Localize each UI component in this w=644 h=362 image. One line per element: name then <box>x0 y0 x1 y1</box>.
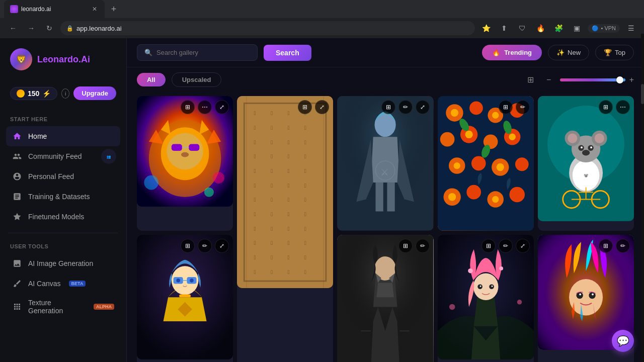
sidebar-item-texture[interactable]: Texture Generation ALPHA <box>6 294 120 320</box>
vpn-badge[interactable]: 🔵 • VPN <box>588 24 620 33</box>
scrollbar-thumb[interactable] <box>641 84 644 104</box>
svg-point-140 <box>473 273 498 300</box>
svg-text:𓂀: 𓂀 <box>288 211 290 217</box>
warrior-share-btn[interactable]: ⊞ <box>381 100 395 114</box>
gallery-item-pink-girl[interactable]: ⊞ ✏ ⤢ <box>438 235 534 362</box>
anime-image <box>137 235 233 360</box>
svg-text:𓄹: 𓄹 <box>288 197 290 203</box>
warrior-edit-btn[interactable]: ✏ <box>398 100 413 114</box>
svg-text:𓃒: 𓃒 <box>271 183 273 189</box>
svg-text:𓆣: 𓆣 <box>271 110 273 116</box>
colorful-edit-btn[interactable]: ✏ <box>616 239 630 253</box>
grid-view-button[interactable]: ⊞ <box>524 73 538 87</box>
sidebar-item-finetuned[interactable]: Finetuned Models <box>6 207 120 227</box>
colorful-share-btn[interactable]: ⊞ <box>599 239 613 253</box>
pink-girl-actions: ⊞ ✏ ⤢ <box>481 239 530 253</box>
flowers-share-btn[interactable]: ⊞ <box>499 100 513 114</box>
anime-share-btn[interactable]: ⊞ <box>181 239 195 253</box>
svg-point-147 <box>449 304 455 309</box>
bookmark-button[interactable]: ⭐ <box>479 21 493 35</box>
top-button[interactable]: 🏆 Top <box>595 45 634 60</box>
svg-point-144 <box>491 286 493 287</box>
new-tab-button[interactable]: + <box>107 2 121 16</box>
anime-expand-btn[interactable]: ⤢ <box>215 239 229 253</box>
svg-point-155 <box>592 293 594 295</box>
svg-text:𓄿: 𓄿 <box>288 153 290 159</box>
logo-avatar: 🦁 <box>10 48 32 70</box>
anime-edit-btn[interactable]: ✏ <box>198 239 212 253</box>
share-button[interactable]: ⬆ <box>497 21 511 35</box>
search-input[interactable] <box>156 49 250 56</box>
tab-close-button[interactable]: ✕ <box>91 5 99 13</box>
search-button[interactable]: Search <box>264 45 311 61</box>
zoom-out-button[interactable]: − <box>542 73 556 87</box>
pink-edit-btn[interactable]: ✏ <box>499 239 513 253</box>
sidebar-item-ai-image[interactable]: AI Image Generation <box>6 253 120 274</box>
hier-expand-btn[interactable]: ⤢ <box>315 100 329 114</box>
pink-expand-btn[interactable]: ⤢ <box>516 239 530 253</box>
sidebar-item-training[interactable]: Training & Datasets <box>6 187 120 207</box>
zoom-slider[interactable] <box>560 78 625 81</box>
warrior-expand-btn[interactable]: ⤢ <box>416 100 430 114</box>
svg-point-97 <box>496 163 504 171</box>
community-icon <box>12 151 22 161</box>
svg-point-112 <box>595 134 604 143</box>
filter-bar: All Upscaled ⊞ − + <box>127 67 644 92</box>
lion-share-btn[interactable]: ⊞ <box>181 100 195 114</box>
lion-expand-btn[interactable]: ⤢ <box>215 100 229 114</box>
svg-rect-73 <box>387 183 395 211</box>
flowers-edit-btn[interactable]: ✏ <box>516 100 530 114</box>
pink-share-btn[interactable]: ⊞ <box>481 239 496 253</box>
hier-share-btn[interactable]: ⊞ <box>298 100 312 114</box>
vpn-label: • VPN <box>601 25 616 31</box>
sidebar-item-home[interactable]: Home <box>6 126 120 146</box>
menu-button[interactable]: ☰ <box>624 21 638 35</box>
gallery-item-lion[interactable]: ⊞ ⋯ ⤢ <box>137 96 233 231</box>
sidebar-item-ai-canvas[interactable]: AI Canvas BETA <box>6 274 120 294</box>
info-button[interactable]: i <box>61 88 69 99</box>
svg-text:𓊃: 𓊃 <box>254 211 256 217</box>
svg-text:𓆣: 𓆣 <box>304 226 306 232</box>
svg-text:👥: 👥 <box>107 154 111 159</box>
svg-text:𓁐: 𓁐 <box>271 153 273 159</box>
koala-share-btn[interactable]: ⊞ <box>599 100 613 114</box>
sidebar-ai-image-label: AI Image Generation <box>28 259 93 267</box>
svg-text:𓆓: 𓆓 <box>254 168 256 174</box>
gallery-item-hieroglyphs[interactable]: 𓂀𓆣𓃀𓆈 𓏤𓅱𓈖𓏭 𓊪𓆑𓅓𓊗 𓂋𓁐𓄿𓇋 𓆓𓃛𓌀𓍃 𓏏𓃒𓅬𓆙 𓇳𓉔𓄹𓈖 𓊃𓄿𓂀𓇋 <box>237 96 333 362</box>
lion-more-btn[interactable]: ⋯ <box>198 100 212 114</box>
upscaled-filter-button[interactable]: Upscaled <box>172 72 222 87</box>
svg-rect-6 <box>172 144 182 151</box>
gallery-item-anime[interactable]: ⊞ ✏ ⤢ <box>137 235 233 362</box>
svg-text:𓇳: 𓇳 <box>254 197 256 203</box>
trending-button[interactable]: 🔥 Trending <box>482 45 542 60</box>
svg-text:𓊗: 𓊗 <box>304 240 306 246</box>
zoom-in-button[interactable]: + <box>629 75 634 84</box>
gallery-item-flowers[interactable]: ⊞ ✏ <box>438 96 534 231</box>
dark-share-btn[interactable]: ⊞ <box>398 239 413 253</box>
gallery-item-warrior[interactable]: ⚔ ⊞ ✏ ⤢ <box>337 96 433 231</box>
sidebar-button[interactable]: ▣ <box>570 21 584 35</box>
gallery-item-dark-warrior[interactable]: ⊞ ✏ <box>337 235 433 362</box>
extensions-button[interactable]: 🧩 <box>551 21 566 35</box>
sidebar-item-community-feed[interactable]: Community Feed 👥 <box>6 146 120 166</box>
forward-button[interactable]: → <box>24 21 38 35</box>
dark-edit-btn[interactable]: ✏ <box>416 239 430 253</box>
sidebar-item-personal-feed[interactable]: Personal Feed <box>6 166 120 187</box>
all-filter-button[interactable]: All <box>137 73 166 86</box>
svg-point-92 <box>450 109 458 117</box>
chat-bubble-button[interactable]: 💬 <box>612 330 634 352</box>
fire-button[interactable]: 🔥 <box>533 21 547 35</box>
koala-more-btn[interactable]: ⋯ <box>616 100 630 114</box>
gallery-scroll[interactable]: ⊞ ⋯ ⤢ � <box>127 92 644 362</box>
reload-button[interactable]: ↻ <box>42 21 56 35</box>
active-tab[interactable]: leonardo.ai ✕ <box>4 0 105 18</box>
gallery-item-koala[interactable]: 🐨 ⊞ ⋯ <box>538 96 634 231</box>
shield-button[interactable]: 🛡 <box>515 21 529 35</box>
svg-text:𓏭: 𓏭 <box>304 125 306 131</box>
back-button[interactable]: ← <box>6 21 20 35</box>
new-button[interactable]: ✨ New <box>548 45 589 60</box>
texture-icon <box>12 302 22 312</box>
address-bar[interactable]: 🔒 app.leonardo.ai <box>60 21 475 35</box>
svg-text:𓆑: 𓆑 <box>254 269 256 275</box>
upgrade-button[interactable]: Upgrade <box>73 86 116 100</box>
